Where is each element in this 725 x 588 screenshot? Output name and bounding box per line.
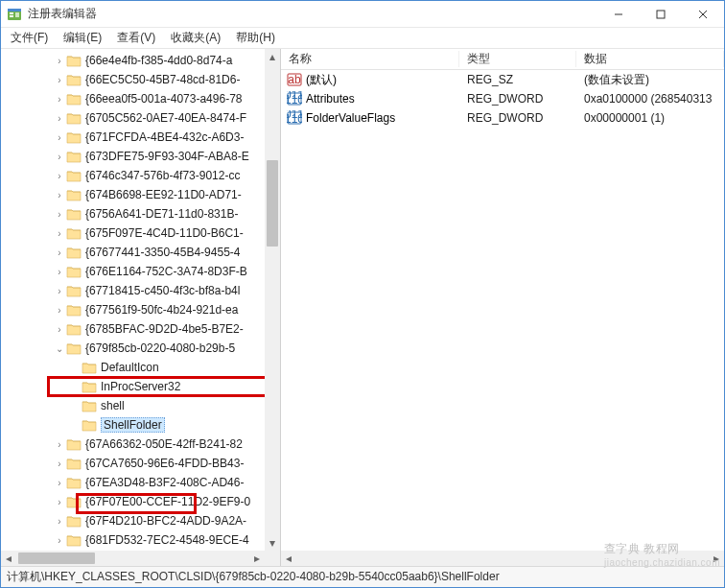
chevron-right-icon[interactable]: › <box>53 516 66 527</box>
scroll-left-icon[interactable]: ◂ <box>1 551 16 566</box>
col-name[interactable]: 名称 <box>281 51 459 67</box>
minimize-button[interactable] <box>597 1 640 27</box>
chevron-right-icon[interactable]: › <box>53 152 66 162</box>
tree-item-label: {675F097E-4C4D-11D0-B6C1- <box>85 226 244 240</box>
tree-item-label: {66EC5C50-45B7-48cd-81D6- <box>85 73 240 86</box>
list-item[interactable]: 011110FolderValueFlagsREG_DWORD0x0000000… <box>281 108 724 128</box>
tree-vertical-scrollbar[interactable]: ▴ ▾ <box>265 49 280 551</box>
tree-item[interactable]: ›{67CA7650-96E6-4FDD-BB43- <box>1 454 265 473</box>
tree-item[interactable]: ›{671FCFDA-4BE4-432c-A6D3- <box>1 128 265 147</box>
maximize-button[interactable] <box>640 1 682 27</box>
tree-item[interactable]: DefaultIcon <box>1 358 265 377</box>
menu-view[interactable]: 查看(V) <box>111 28 161 48</box>
tree-item[interactable]: ›{6756A641-DE71-11d0-831B- <box>1 204 265 223</box>
tree-item[interactable]: ›{66EC5C50-45B7-48cd-81D6- <box>1 70 265 89</box>
tree-item[interactable]: ›{66e4e4fb-f385-4dd0-8d74-a <box>1 51 265 70</box>
menu-edit[interactable]: 编辑(E) <box>58 28 107 48</box>
tree-item[interactable]: ›{66eea0f5-001a-4073-a496-78 <box>1 89 265 108</box>
tree-item[interactable]: ›{677561f9-50fc-4b24-921d-ea <box>1 300 265 319</box>
scroll-left-icon[interactable]: ◂ <box>281 551 296 566</box>
list-item[interactable]: 011110AttributesREG_DWORD0xa0100000 (268… <box>281 89 724 108</box>
tree-item[interactable]: ›{67EA3D48-B3F2-408C-AD46- <box>1 473 265 492</box>
chevron-right-icon[interactable]: › <box>53 459 66 469</box>
folder-icon <box>66 92 82 106</box>
tree-item-label: {674B6698-EE92-11D0-AD71- <box>85 188 242 201</box>
tree-item-label: {679f85cb-0220-4080-b29b-5 <box>85 341 235 355</box>
tree-item[interactable]: ShellFolder <box>1 415 265 435</box>
tree-item[interactable]: ›{67F07E00-CCEF-11D2-9EF9-0 <box>1 492 265 511</box>
chevron-right-icon[interactable]: › <box>53 247 66 258</box>
chevron-right-icon[interactable]: › <box>53 305 66 316</box>
chevron-right-icon[interactable]: › <box>53 497 66 507</box>
tree-horizontal-scrollbar[interactable]: ◂ ▸ <box>1 551 265 566</box>
value-name: Attributes <box>306 92 355 106</box>
list-item[interactable]: ab(默认)REG_SZ(数值未设置) <box>281 70 724 89</box>
scroll-up-icon[interactable]: ▴ <box>265 49 280 64</box>
tree-item-label: ShellFolder <box>101 417 165 433</box>
menubar: 文件(F) 编辑(E) 查看(V) 收藏夹(A) 帮助(H) <box>1 28 724 49</box>
tree-item[interactable]: InProcServer32 <box>1 377 265 396</box>
tree-item-label: {66eea0f5-001a-4073-a496-78 <box>85 92 242 106</box>
folder-icon <box>66 495 82 508</box>
status-path: 计算机\HKEY_CLASSES_ROOT\CLSID\{679f85cb-02… <box>7 569 500 585</box>
chevron-right-icon[interactable]: › <box>53 209 66 220</box>
scroll-right-icon[interactable]: ▸ <box>709 551 724 566</box>
scroll-track[interactable] <box>265 64 280 535</box>
chevron-down-icon[interactable]: ⌄ <box>53 343 66 354</box>
window-controls <box>597 1 724 27</box>
tree-item[interactable]: ›{674B6698-EE92-11D0-AD71- <box>1 185 265 204</box>
chevron-right-icon[interactable]: › <box>53 535 66 546</box>
chevron-right-icon[interactable]: › <box>53 267 66 277</box>
tree-item[interactable]: ›{675F097E-4C4D-11D0-B6C1- <box>1 223 265 243</box>
tree-item[interactable]: ›{6746c347-576b-4f73-9012-cc <box>1 166 265 185</box>
tree-item-label: {67CA7650-96E6-4FDD-BB43- <box>85 457 244 470</box>
folder-icon <box>66 54 82 67</box>
chevron-right-icon[interactable]: › <box>53 171 66 181</box>
chevron-right-icon[interactable]: › <box>53 286 66 296</box>
chevron-right-icon[interactable]: › <box>53 75 66 85</box>
tree-item[interactable]: ›{6705C562-0AE7-40EA-8474-F <box>1 108 265 128</box>
folder-icon <box>66 73 82 86</box>
chevron-right-icon[interactable]: › <box>53 190 66 200</box>
tree-item[interactable]: ›{673DFE75-9F93-304F-ABA8-E <box>1 147 265 166</box>
tree-item[interactable]: ›{676E1164-752C-3A74-8D3F-B <box>1 262 265 281</box>
tree-item[interactable]: ›{681FD532-7EC2-4548-9ECE-4 <box>1 530 265 550</box>
folder-icon <box>82 361 97 374</box>
tree-item-label: {67F4D210-BFC2-4ADD-9A2A- <box>85 514 246 528</box>
list-horizontal-scrollbar[interactable]: ◂ ▸ <box>281 551 724 566</box>
folder-icon <box>66 514 82 528</box>
chevron-right-icon[interactable]: › <box>53 56 66 66</box>
scroll-thumb[interactable] <box>267 160 278 247</box>
col-type[interactable]: 类型 <box>459 51 576 67</box>
svg-text:110: 110 <box>287 93 302 106</box>
chevron-right-icon[interactable]: › <box>53 324 66 335</box>
tree-item[interactable]: ›{6785BFAC-9D2D-4be5-B7E2- <box>1 319 265 339</box>
tree-item[interactable]: ›{67F4D210-BFC2-4ADD-9A2A- <box>1 511 265 530</box>
tree-item[interactable]: ›{67A66362-050E-42ff-B241-82 <box>1 435 265 454</box>
chevron-right-icon[interactable]: › <box>53 439 66 450</box>
folder-icon <box>66 457 82 470</box>
scroll-right-icon[interactable]: ▸ <box>249 551 265 566</box>
col-data[interactable]: 数据 <box>576 51 724 67</box>
chevron-right-icon[interactable]: › <box>53 478 66 488</box>
chevron-right-icon[interactable]: › <box>53 113 66 124</box>
tree-item[interactable]: ⌄{679f85cb-0220-4080-b29b-5 <box>1 339 265 358</box>
tree-viewport[interactable]: ›{66e4e4fb-f385-4dd0-8d74-a›{66EC5C50-45… <box>1 49 265 551</box>
scroll-down-icon[interactable]: ▾ <box>265 535 280 551</box>
folder-icon <box>66 111 82 125</box>
close-button[interactable] <box>682 1 724 27</box>
tree-item[interactable]: ›{67677441-3350-45B4-9455-4 <box>1 243 265 262</box>
tree-item[interactable]: shell <box>1 396 265 415</box>
menu-file[interactable]: 文件(F) <box>5 28 54 48</box>
scroll-thumb[interactable] <box>18 553 95 564</box>
folder-icon <box>66 284 82 297</box>
menu-help[interactable]: 帮助(H) <box>230 28 281 48</box>
menu-favorites[interactable]: 收藏夹(A) <box>165 28 226 48</box>
chevron-right-icon[interactable]: › <box>53 228 66 239</box>
tree-item-label: {6756A641-DE71-11d0-831B- <box>85 207 238 221</box>
folder-icon <box>66 169 82 182</box>
tree-item[interactable]: ›{67718415-c450-4f3c-bf8a-b4l <box>1 281 265 300</box>
folder-icon <box>66 476 82 489</box>
chevron-right-icon[interactable]: › <box>53 132 66 143</box>
chevron-right-icon[interactable]: › <box>53 94 66 105</box>
